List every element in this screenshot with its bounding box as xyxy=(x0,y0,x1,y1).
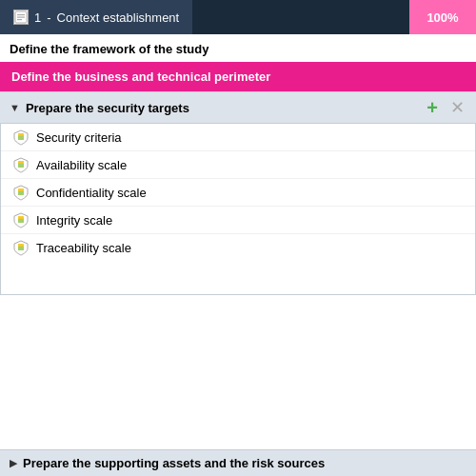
svg-rect-3 xyxy=(17,19,22,20)
tab-progress: 100% xyxy=(409,0,476,34)
svg-rect-13 xyxy=(18,244,24,247)
item-label: Traceability scale xyxy=(36,241,131,255)
list-item[interactable]: Integrity scale xyxy=(1,207,475,234)
svg-rect-9 xyxy=(18,188,24,191)
add-button[interactable]: + xyxy=(423,98,442,117)
item-shield-icon xyxy=(12,239,30,256)
collapse-arrow-icon: ▼ xyxy=(10,102,20,113)
item-shield-icon xyxy=(12,129,30,146)
item-label: Confidentiality scale xyxy=(36,186,147,200)
tab-number: 1 xyxy=(34,10,41,25)
collapsible-title: Prepare the security targets xyxy=(26,101,423,115)
item-label: Integrity scale xyxy=(36,213,112,228)
tab-label: Context establishment xyxy=(57,10,180,25)
tab-separator: - xyxy=(47,10,50,25)
list-item[interactable]: Security criteria xyxy=(1,124,475,151)
pink-banner: Define the business and technical perime… xyxy=(0,62,476,91)
tab-context-establishment[interactable]: 1 - Context establishment xyxy=(0,0,193,34)
item-shield-icon xyxy=(12,156,30,173)
list-item[interactable]: Traceability scale xyxy=(1,234,475,261)
tab-bar: 1 - Context establishment 100% xyxy=(0,0,476,34)
list-item[interactable]: Availability scale xyxy=(1,151,475,179)
item-shield-icon xyxy=(12,211,30,228)
bottom-section[interactable]: ▶ Prepare the supporting assets and the … xyxy=(0,449,476,476)
tab-icon xyxy=(13,10,29,25)
svg-rect-1 xyxy=(17,14,25,15)
collapsible-actions: + ✕ xyxy=(423,98,466,117)
item-label: Availability scale xyxy=(36,158,127,172)
list-container: Security criteria Availability scale Con… xyxy=(0,124,476,295)
item-label: Security criteria xyxy=(36,130,122,145)
list-item[interactable]: Confidentiality scale xyxy=(1,179,475,207)
bottom-section-title: Prepare the supporting assets and the ri… xyxy=(23,456,325,470)
svg-rect-11 xyxy=(18,216,24,219)
svg-rect-2 xyxy=(17,17,25,18)
collapsible-header[interactable]: ▼ Prepare the security targets + ✕ xyxy=(0,91,476,124)
svg-rect-7 xyxy=(18,161,24,164)
svg-rect-5 xyxy=(18,133,24,136)
item-shield-icon xyxy=(12,184,30,201)
remove-button[interactable]: ✕ xyxy=(447,98,466,117)
section-heading: Define the framework of the study xyxy=(0,34,476,62)
bottom-arrow-icon: ▶ xyxy=(10,457,17,469)
